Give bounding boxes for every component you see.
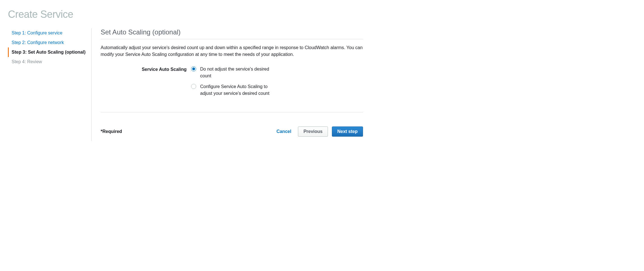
footer-divider (101, 112, 363, 112)
wizard-layout: Step 1: Configure service Step 2: Config… (8, 28, 636, 141)
page-title: Create Service (8, 8, 636, 20)
step-set-auto-scaling[interactable]: Step 3: Set Auto Scaling (optional) (8, 47, 86, 57)
radio-configure-auto-scaling[interactable]: Configure Service Auto Scaling to adjust… (191, 83, 276, 97)
auto-scaling-label: Service Auto Scaling (101, 66, 191, 72)
radio-dot-icon (191, 66, 196, 71)
section-description: Automatically adjust your service's desi… (101, 44, 363, 58)
section-title: Set Auto Scaling (optional) (101, 28, 363, 39)
radio-label: Configure Service Auto Scaling to adjust… (200, 83, 276, 97)
auto-scaling-form-row: Service Auto Scaling Do not adjust the s… (101, 66, 363, 101)
step-configure-service[interactable]: Step 1: Configure service (8, 28, 86, 38)
previous-button[interactable]: Previous (298, 126, 328, 137)
next-step-button[interactable]: Next step (332, 126, 363, 137)
wizard-footer: *Required Cancel Previous Next step (101, 118, 363, 137)
radio-dot-icon (191, 84, 196, 89)
step-configure-network[interactable]: Step 2: Configure network (8, 38, 86, 47)
wizard-main-panel: Set Auto Scaling (optional) Automaticall… (92, 28, 363, 141)
cancel-button[interactable]: Cancel (274, 127, 294, 136)
wizard-steps-sidebar: Step 1: Configure service Step 2: Config… (8, 28, 92, 141)
auto-scaling-radio-group: Do not adjust the service's desired coun… (191, 66, 276, 101)
step-review: Step 4: Review (8, 57, 86, 67)
radio-label: Do not adjust the service's desired coun… (200, 66, 276, 79)
required-note: *Required (101, 129, 122, 134)
radio-do-not-adjust[interactable]: Do not adjust the service's desired coun… (191, 66, 276, 79)
footer-actions: Cancel Previous Next step (274, 126, 363, 137)
